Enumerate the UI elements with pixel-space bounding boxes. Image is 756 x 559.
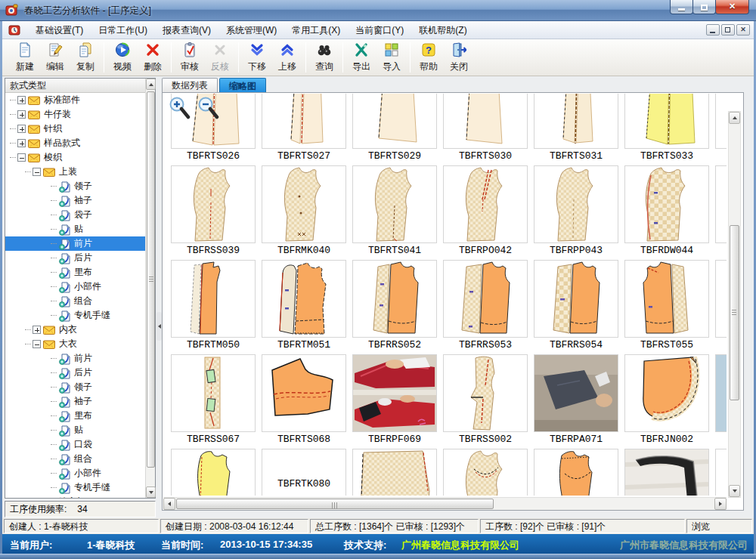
grid-cell[interactable]: TBFRTK080 bbox=[262, 449, 346, 496]
expand-toggle[interactable] bbox=[33, 326, 41, 334]
grid-cell[interactable] bbox=[352, 449, 437, 496]
maximize-button[interactable] bbox=[692, 0, 716, 14]
toolbar-button-delete[interactable]: 删除 bbox=[138, 41, 168, 74]
tree-item[interactable]: 标准部件 bbox=[5, 93, 146, 107]
expand-toggle[interactable] bbox=[33, 168, 41, 176]
tree-item[interactable]: 领子 bbox=[5, 179, 146, 193]
tree-item[interactable]: 样品款式 bbox=[5, 136, 146, 150]
grid-cell[interactable]: TBFRTS031 bbox=[534, 94, 618, 165]
tree-item[interactable]: 连衣裙 bbox=[5, 495, 146, 498]
splitter[interactable] bbox=[156, 78, 162, 499]
minimize-button[interactable] bbox=[670, 0, 693, 14]
grid-cell[interactable]: TBFRSS002 bbox=[443, 354, 528, 449]
tree-item[interactable]: 小部件 bbox=[5, 466, 146, 480]
tree-item[interactable]: 前片 bbox=[5, 236, 146, 251]
grid-cell[interactable] bbox=[715, 354, 727, 449]
h-scrollbar[interactable] bbox=[163, 497, 727, 510]
tree-item[interactable]: 前片 bbox=[5, 351, 146, 366]
toolbar-button-query[interactable]: 查询 bbox=[309, 41, 339, 74]
tree-item[interactable]: 大衣 bbox=[5, 337, 146, 351]
tree-item[interactable]: 组合 bbox=[5, 294, 146, 308]
grid-cell[interactable]: TBFRSS067 bbox=[171, 354, 256, 449]
toolbar-button-exit[interactable]: 关闭 bbox=[444, 41, 474, 74]
close-button[interactable]: ✕ bbox=[715, 0, 749, 14]
tree-item[interactable]: 领子 bbox=[5, 380, 146, 394]
tree-item[interactable]: 针织 bbox=[5, 122, 146, 136]
toolbar-button-video[interactable]: 视频 bbox=[107, 41, 138, 74]
tree-item[interactable]: 贴 bbox=[5, 423, 146, 437]
grid-cell[interactable]: TBFRTS029 bbox=[352, 94, 437, 165]
toolbar-button-audit[interactable]: 审核 bbox=[175, 41, 205, 74]
tree-item[interactable]: 口袋 bbox=[5, 437, 146, 452]
tree-item[interactable]: 袖子 bbox=[5, 193, 146, 208]
tree-item[interactable]: 小部件 bbox=[5, 280, 146, 294]
grid-cell[interactable] bbox=[443, 449, 528, 496]
grid-cell[interactable]: TBFRPA071 bbox=[534, 354, 618, 449]
tree-scrollbar-thumb[interactable] bbox=[147, 91, 155, 468]
mdi-restore-button[interactable] bbox=[721, 24, 735, 36]
grid-cell[interactable]: TBFRTM050 bbox=[171, 260, 256, 354]
grid-cell[interactable]: TBFRTS030 bbox=[443, 94, 528, 165]
grid-cell[interactable]: TBFRPO042 bbox=[443, 165, 528, 260]
grid-cell[interactable] bbox=[715, 449, 727, 496]
expand-toggle[interactable] bbox=[17, 125, 26, 133]
tab-thumbnails[interactable]: 缩略图 bbox=[219, 78, 266, 94]
grid-cell[interactable] bbox=[715, 260, 727, 354]
expand-toggle[interactable] bbox=[17, 96, 26, 104]
toolbar-button-edit[interactable]: 编辑 bbox=[40, 41, 70, 74]
menu-item[interactable]: 当前窗口(Y) bbox=[348, 21, 411, 40]
tree-item[interactable]: 后片 bbox=[5, 251, 146, 265]
grid-cell[interactable]: TBFRJN002 bbox=[624, 354, 709, 449]
grid-cell[interactable]: TBFRRS053 bbox=[443, 260, 528, 354]
tree-item[interactable]: 梭织 bbox=[5, 150, 146, 165]
toolbar-button-move-up[interactable]: 上移 bbox=[272, 41, 302, 74]
scroll-left-button[interactable] bbox=[163, 498, 175, 510]
tree-item[interactable]: 袋子 bbox=[5, 208, 146, 222]
tree-item[interactable]: 后片 bbox=[5, 366, 146, 380]
expand-toggle[interactable] bbox=[17, 153, 26, 162]
grid-cell[interactable] bbox=[534, 449, 618, 496]
tree-item[interactable]: 内衣 bbox=[5, 323, 146, 337]
tree-item[interactable]: 贴 bbox=[5, 222, 146, 236]
menu-item[interactable]: 系统管理(W) bbox=[218, 21, 284, 40]
tree-scrollbar[interactable] bbox=[145, 79, 155, 498]
toolbar-button-move-down[interactable]: 下移 bbox=[242, 41, 272, 74]
h-scrollbar-thumb[interactable] bbox=[176, 499, 494, 509]
menu-item[interactable]: 基础设置(T) bbox=[28, 21, 91, 40]
menu-item[interactable]: 常用工具(X) bbox=[284, 21, 348, 40]
mdi-close-button[interactable]: ✕ bbox=[736, 24, 750, 36]
toolbar-button-export[interactable]: 导出 bbox=[346, 41, 376, 74]
tree-item[interactable]: 牛仔装 bbox=[5, 107, 146, 122]
grid-cell[interactable]: TBFRDW044 bbox=[624, 165, 709, 260]
tree-item[interactable]: 专机手缝 bbox=[5, 480, 146, 495]
menu-item[interactable]: 报表查询(V) bbox=[155, 21, 218, 40]
grid-cell[interactable]: TBFRPF069 bbox=[352, 354, 437, 449]
tree-item[interactable]: 专机手缝 bbox=[5, 308, 146, 323]
expand-toggle[interactable] bbox=[33, 340, 41, 348]
grid-cell[interactable]: TBFRMK040 bbox=[262, 165, 346, 260]
menu-item[interactable]: 联机帮助(Z) bbox=[411, 21, 474, 40]
toolbar-button-import[interactable]: 导入 bbox=[376, 41, 407, 74]
grid-cell[interactable]: TBFRTS068 bbox=[262, 354, 346, 449]
menu-item[interactable]: 日常工作(U) bbox=[91, 21, 155, 40]
scroll-up-button[interactable] bbox=[729, 112, 740, 124]
mdi-minimize-button[interactable] bbox=[706, 24, 720, 36]
grid-cell[interactable]: TBFRRS052 bbox=[352, 260, 437, 354]
zoom-in-icon[interactable] bbox=[169, 96, 191, 122]
grid-cell[interactable]: TBFRSS039 bbox=[171, 165, 256, 260]
grid-cell[interactable] bbox=[624, 449, 709, 496]
scroll-down-button[interactable] bbox=[729, 485, 740, 497]
toolbar-button-new[interactable]: 新建 bbox=[10, 41, 40, 74]
grid-cell[interactable] bbox=[715, 165, 727, 260]
tab-data-list[interactable]: 数据列表 bbox=[162, 78, 218, 92]
tree-item[interactable]: 里布 bbox=[5, 265, 146, 280]
scroll-right-button[interactable] bbox=[714, 498, 727, 510]
grid-cell[interactable]: TBFRTS041 bbox=[352, 165, 437, 260]
toolbar-button-copy[interactable]: 复制 bbox=[70, 41, 101, 74]
grid-cell[interactable]: TBFRTM051 bbox=[262, 260, 346, 354]
grid-cell[interactable]: TBFRTS033 bbox=[624, 94, 709, 165]
grid-cell[interactable] bbox=[171, 449, 256, 496]
tree-scroll-up-button[interactable] bbox=[146, 79, 156, 90]
tree-item[interactable]: 里布 bbox=[5, 409, 146, 423]
tree-item[interactable]: 上装 bbox=[5, 165, 146, 179]
